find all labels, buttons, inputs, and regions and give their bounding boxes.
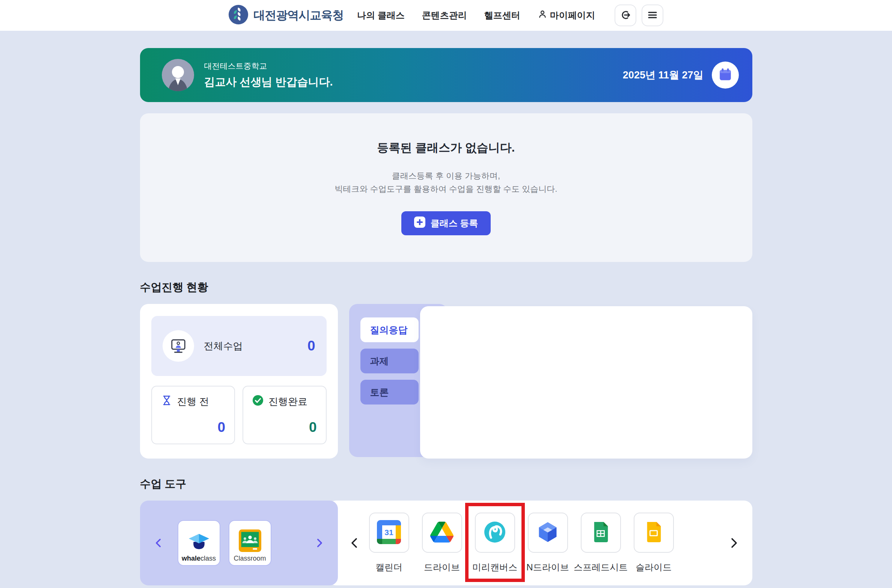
school-name: 대전테스트중학교: [204, 61, 333, 71]
whaleclass-tile[interactable]: whaleclass: [178, 520, 220, 566]
empty-class-description: 클래스등록 후 이용 가능하며, 빅테크와 수업도구를 활용하여 수업을 진행할…: [335, 169, 558, 195]
logout-button[interactable]: [615, 5, 636, 26]
main-nav: 나의 클래스 콘텐츠관리 헬프센터 마이페이지: [357, 9, 595, 21]
app-ndrive[interactable]: N드라이브: [528, 513, 568, 573]
top-header: 대전광역시교육청 나의 클래스 콘텐츠관리 헬프센터 마이페이지: [0, 0, 892, 31]
app-miricanvas-label: 미리캔버스: [472, 561, 517, 573]
app-miricanvas[interactable]: 미리캔버스: [475, 513, 515, 573]
class-register-button[interactable]: 클래스 등록: [401, 211, 491, 235]
done-label: 진행완료: [268, 395, 307, 408]
nav-my-class[interactable]: 나의 클래스: [357, 9, 405, 21]
apps-list: 31 캘린더: [369, 513, 674, 573]
hamburger-menu-icon: [647, 9, 658, 22]
app-drive-label: 드라이브: [424, 561, 460, 573]
app-sheets[interactable]: 스프레드시트: [581, 513, 621, 573]
banner-right: 2025년 11월 27일: [623, 62, 739, 89]
app-calendar[interactable]: 31 캘린더: [369, 513, 409, 573]
done-classes-card: 진행완료 0: [243, 386, 327, 444]
empty-class-title: 등록된 클래스가 없습니다.: [377, 140, 515, 156]
current-date: 2025년 11월 27일: [623, 68, 704, 82]
teacher-avatar: [162, 59, 194, 91]
bigtech-prev-button[interactable]: [154, 537, 163, 549]
miricanvas-icon: [483, 520, 507, 546]
app-drive-tile: [422, 513, 462, 553]
app-sheets-tile: [581, 513, 621, 553]
nav-my-page[interactable]: 마이페이지: [538, 9, 595, 21]
google-slides-icon: [644, 520, 663, 545]
app-drive[interactable]: 드라이브: [422, 513, 462, 573]
pending-value: 0: [217, 420, 225, 435]
ndrive-cube-icon: [536, 520, 559, 545]
progress-row: 전체수업 0 진행 전: [140, 304, 752, 459]
nav-content-management[interactable]: 콘텐츠관리: [422, 9, 467, 21]
app-ndrive-label: N드라이브: [526, 561, 569, 573]
check-circle-icon: [252, 395, 264, 409]
teacher-name: 김교사: [204, 76, 237, 88]
total-classes-value: 0: [307, 338, 315, 354]
apps-next-button[interactable]: [728, 537, 740, 549]
empty-class-card: 등록된 클래스가 없습니다. 클래스등록 후 이용 가능하며, 빅테크와 수업도…: [140, 113, 752, 262]
app-slides[interactable]: 슬라이드: [634, 513, 674, 573]
tools-apps-panel: 31 캘린더: [328, 501, 752, 585]
pending-classes-card: 진행 전 0: [151, 386, 235, 444]
tab-assignment[interactable]: 과제: [360, 349, 419, 373]
nav-help-center[interactable]: 헬프센터: [484, 9, 520, 21]
header-buttons: [615, 5, 663, 26]
classroom-label: Classroom: [234, 555, 266, 562]
person-icon: [538, 9, 547, 21]
svg-text:31: 31: [384, 528, 393, 537]
logo-title: 대전광역시교육청: [253, 8, 344, 23]
app-miricanvas-tile: [475, 513, 515, 553]
menu-button[interactable]: [642, 5, 663, 26]
tools-section-title: 수업 도구: [140, 477, 752, 492]
logo[interactable]: 대전광역시교육청: [229, 5, 344, 26]
done-value: 0: [309, 420, 317, 435]
class-stats-card: 전체수업 0 진행 전: [140, 304, 338, 459]
google-drive-icon: [430, 522, 454, 544]
plus-icon: [414, 217, 425, 230]
bigtech-panel: whaleclass: [140, 501, 338, 585]
total-classes-card: 전체수업 0: [151, 316, 327, 376]
hourglass-icon: [161, 395, 172, 409]
tab-content-panel: [420, 306, 752, 459]
google-calendar-icon: 31: [377, 520, 401, 546]
activity-tabs: 질의응답 과제 토론: [360, 317, 419, 405]
calendar-icon: [718, 67, 732, 83]
office-of-education-logo-icon: [229, 5, 248, 26]
pending-label: 진행 전: [177, 395, 209, 408]
activity-tabs-area: 질의응답 과제 토론: [349, 304, 752, 459]
whaleclass-label: whaleclass: [182, 555, 216, 562]
greeting-banner: 대전테스트중학교 김교사 선생님 반갑습니다. 2025년 11월 27일: [140, 48, 752, 102]
tab-discussion[interactable]: 토론: [360, 380, 419, 405]
app-slides-tile: [634, 513, 674, 553]
stats-sub-row: 진행 전 0 진행완료: [151, 386, 327, 444]
calendar-button[interactable]: [712, 62, 739, 89]
tab-qna[interactable]: 질의응답: [360, 317, 419, 342]
monitor-person-icon: [163, 330, 194, 362]
app-sheets-label: 스프레드시트: [574, 561, 628, 573]
apps-prev-button[interactable]: [349, 537, 360, 549]
app-slides-label: 슬라이드: [636, 561, 672, 573]
dashboard-page: 대전광역시교육청 나의 클래스 콘텐츠관리 헬프센터 마이페이지: [0, 0, 892, 588]
app-ndrive-tile: [528, 513, 568, 553]
bigtech-tiles: whaleclass: [178, 520, 271, 566]
logout-icon: [620, 9, 631, 22]
classroom-tile[interactable]: Classroom: [229, 520, 271, 566]
whaleclass-icon: [187, 533, 211, 554]
google-classroom-icon: [239, 529, 261, 553]
greeting-message: 김교사 선생님 반갑습니다.: [204, 75, 333, 90]
tools-row: 31 캘린더: [140, 501, 752, 585]
banner-text: 대전테스트중학교 김교사 선생님 반갑습니다.: [204, 61, 333, 90]
google-sheets-icon: [591, 520, 610, 545]
total-classes-label: 전체수업: [204, 340, 243, 353]
progress-section-title: 수업진행 현황: [140, 280, 752, 295]
app-calendar-tile: 31: [369, 513, 409, 553]
bigtech-next-button[interactable]: [315, 537, 324, 549]
app-calendar-label: 캘린더: [375, 561, 402, 573]
